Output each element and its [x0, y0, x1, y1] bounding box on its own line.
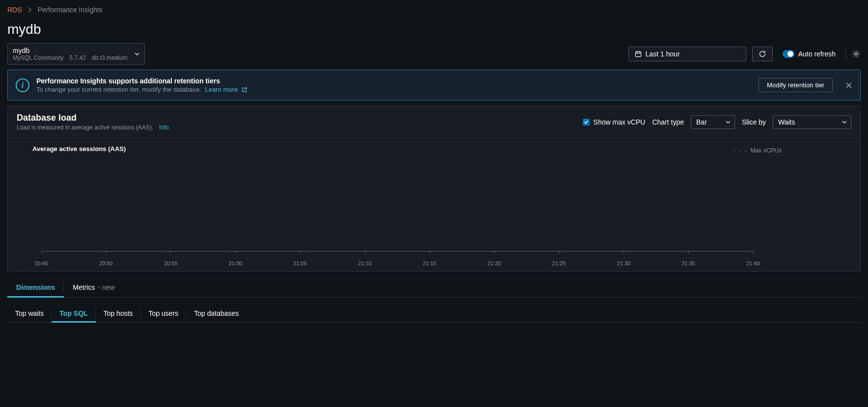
subtab-top-sql[interactable]: Top SQL — [52, 305, 95, 322]
checkbox-checked-icon — [583, 119, 590, 126]
svg-point-1 — [855, 53, 858, 55]
time-range-label: Last 1 hour — [646, 50, 680, 58]
toggle-switch-icon — [783, 50, 794, 58]
primary-tabs: DimensionsMetrics- new — [7, 272, 861, 298]
x-tick: 21:30 — [617, 260, 631, 266]
x-tick: 21:20 — [488, 260, 501, 266]
legend-max-vcpu: Max vCPUs — [751, 147, 782, 154]
retention-info-banner: i Performance Insights supports addition… — [7, 70, 861, 101]
x-tick: 20:45 — [34, 260, 48, 266]
subtab-top-hosts[interactable]: Top hosts — [96, 305, 141, 322]
close-banner-button[interactable] — [845, 82, 852, 89]
x-tick: 21:35 — [681, 260, 695, 266]
tab-new-badge: - new — [98, 283, 114, 291]
banner-subtitle: To change your current retention tier, m… — [36, 86, 201, 93]
chart-legend: - - - Max vCPUs — [733, 147, 782, 154]
slice-by-value: Waits — [778, 118, 795, 126]
auto-refresh-toggle[interactable]: Auto refresh — [779, 50, 840, 58]
dashed-line-icon: - - - — [733, 147, 748, 154]
tab-dimensions[interactable]: Dimensions — [7, 278, 64, 297]
subtab-top-waits[interactable]: Top waits — [7, 305, 52, 322]
x-tick: 21:25 — [552, 260, 566, 266]
card-title: Database load — [17, 113, 583, 123]
chevron-right-icon — [28, 7, 32, 13]
card-subtitle: Load is measured in average active sessi… — [17, 124, 153, 131]
settings-button[interactable] — [852, 50, 861, 58]
x-tick: 21:10 — [358, 260, 372, 266]
refresh-button[interactable] — [752, 47, 773, 61]
chart-type-value: Bar — [696, 118, 707, 126]
close-icon — [845, 82, 852, 89]
tab-label: Dimensions — [16, 283, 55, 291]
db-selector-version: 5.7.42 — [70, 54, 86, 61]
breadcrumb-current: Performance Insights — [38, 6, 103, 14]
slice-by-select[interactable]: Waits — [773, 115, 851, 129]
caret-down-icon — [135, 52, 139, 55]
x-tick: 21:05 — [294, 260, 307, 266]
calendar-icon — [635, 51, 642, 57]
time-range-selector[interactable]: Last 1 hour — [628, 47, 746, 61]
refresh-icon — [759, 50, 766, 58]
caret-down-icon — [842, 121, 847, 124]
info-icon: i — [16, 78, 29, 92]
slice-by-label: Slice by — [742, 118, 766, 126]
x-tick: 21:00 — [229, 260, 243, 266]
breadcrumb-root[interactable]: RDS — [7, 6, 22, 14]
external-link-icon — [242, 87, 247, 93]
tab-metrics[interactable]: Metrics- new — [64, 278, 123, 297]
gear-icon — [852, 50, 861, 58]
tab-label: Metrics — [73, 283, 95, 291]
caret-down-icon — [726, 121, 731, 124]
banner-title: Performance Insights supports additional… — [36, 77, 752, 85]
show-max-vcpu-label: Show max vCPU — [594, 118, 646, 126]
x-tick: 20:50 — [99, 260, 113, 266]
x-tick: 21:15 — [423, 260, 436, 266]
database-selector[interactable]: mydb MySQL Community 5.7.42 db.t3.medium — [7, 43, 145, 65]
x-tick: 20:55 — [164, 260, 178, 266]
modify-retention-button[interactable]: Modify retention tier — [759, 78, 833, 92]
chart-type-label: Chart type — [652, 118, 684, 126]
info-link[interactable]: Info — [159, 124, 169, 131]
chart-type-select[interactable]: Bar — [691, 115, 735, 129]
subtab-top-databases[interactable]: Top databases — [186, 305, 246, 322]
top-controls: mydb MySQL Community 5.7.42 db.t3.medium… — [0, 39, 868, 70]
chart-plot[interactable]: 20:4520:5020:5521:0021:0521:1021:1521:20… — [41, 157, 753, 260]
learn-more-link[interactable]: Learn more — [205, 86, 247, 93]
sub-tabs: Top waitsTop SQLTop hostsTop usersTop da… — [7, 305, 861, 323]
database-load-card: Database load Load is measured in averag… — [7, 105, 861, 272]
page-title: mydb — [0, 14, 868, 39]
auto-refresh-label: Auto refresh — [798, 50, 836, 58]
chart-series-title: Average active sessions (AAS) — [32, 145, 851, 153]
subtab-top-users[interactable]: Top users — [141, 305, 187, 322]
breadcrumb: RDS Performance Insights — [0, 0, 868, 14]
db-selector-name: mydb — [13, 47, 128, 54]
x-tick: 21:40 — [746, 260, 760, 266]
db-selector-instance: db.t3.medium — [92, 54, 128, 61]
db-selector-engine: MySQL Community — [13, 54, 64, 61]
x-axis — [41, 251, 753, 252]
chart-area: Average active sessions (AAS) - - - Max … — [8, 138, 860, 271]
show-max-vcpu-checkbox[interactable]: Show max vCPU — [583, 118, 646, 126]
svg-rect-0 — [635, 52, 641, 57]
